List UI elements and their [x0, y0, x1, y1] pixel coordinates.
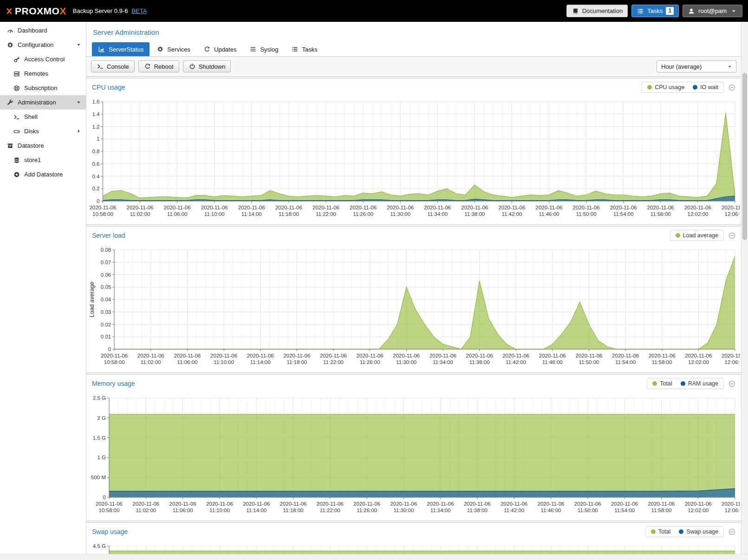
console-button[interactable]: Console: [91, 60, 135, 72]
panel-body: 00.010.020.030.040.050.060.070.082020-11…: [86, 244, 741, 372]
legend-label: RAM usage: [688, 380, 718, 387]
svg-text:0.05: 0.05: [101, 284, 111, 290]
reboot-button[interactable]: Reboot: [138, 60, 179, 72]
sidebar-item-dashboard[interactable]: Dashboard: [0, 23, 86, 38]
scrollbar-thumb[interactable]: [742, 73, 747, 240]
sidebar-item-label: store1: [24, 156, 41, 163]
sidebar-item-remotes[interactable]: Remotes: [0, 66, 86, 81]
timeframe-select[interactable]: Hour (average): [657, 60, 736, 72]
sidebar-item-datastore[interactable]: Datastore: [0, 138, 86, 153]
panel-body: 0500 M1 G1.5 G2 G2.5 G3 G3.5 G4 G4.5 G20…: [86, 540, 741, 554]
svg-text:0: 0: [103, 495, 106, 500]
svg-text:11:58:00: 11:58:00: [652, 359, 672, 365]
svg-text:2020-11-06: 2020-11-06: [610, 205, 637, 210]
button-label: Console: [107, 63, 129, 70]
svg-text:2020-11-06: 2020-11-06: [89, 205, 116, 210]
root-pam-button[interactable]: root@pam: [683, 5, 742, 17]
svg-text:11:58:00: 11:58:00: [650, 211, 671, 217]
svg-text:11:18:00: 11:18:00: [286, 359, 307, 365]
sidebar-item-subscription[interactable]: Subscription: [0, 81, 86, 95]
sidebar-item-access-control[interactable]: Access Control: [0, 52, 86, 66]
svg-text:11:42:00: 11:42:00: [504, 508, 524, 513]
user-icon: [688, 7, 695, 15]
documentation-button[interactable]: Documentation: [566, 5, 628, 17]
legend-item-load-average: Load average: [676, 232, 718, 239]
svg-text:11:06:00: 11:06:00: [167, 211, 188, 217]
timeframe-value: Hour (average): [661, 63, 702, 70]
sidebar-item-configuration[interactable]: Configuration: [0, 38, 86, 52]
collapse-panel-icon[interactable]: [728, 528, 735, 535]
svg-text:2020-11-06: 2020-11-06: [536, 205, 563, 210]
svg-text:1.6: 1.6: [92, 99, 99, 104]
chart-cpu-usage: 00.20.40.60.811.21.41.62020-11-0610:58:0…: [88, 97, 740, 222]
sidebar-item-add-datastore[interactable]: Add Datastore: [0, 167, 86, 182]
horizontal-scrollbar[interactable]: [0, 554, 748, 560]
book-icon: [572, 7, 579, 15]
app-logo: PROXMOX: [6, 6, 66, 17]
sidebar-item-administration[interactable]: Administration: [0, 95, 86, 110]
sidebar-item-disks[interactable]: Disks: [0, 124, 86, 138]
sidebar-item-label: Dashboard: [18, 27, 47, 34]
legend-label: Swap usage: [686, 528, 718, 535]
vertical-scrollbar[interactable]: [741, 22, 748, 554]
svg-text:0.4: 0.4: [92, 174, 100, 179]
tab-updates[interactable]: Updates: [197, 42, 242, 56]
power-icon: [189, 63, 196, 70]
beta-link[interactable]: BETA: [131, 7, 147, 14]
panel-cpu-usage: CPU usageCPU usageIO wait00.20.40.60.811…: [86, 78, 741, 225]
svg-text:2020-11-06: 2020-11-06: [137, 353, 164, 358]
tab-syslog[interactable]: Syslog: [243, 42, 284, 56]
panel-header-right: Load average: [670, 230, 735, 241]
svg-text:1: 1: [97, 136, 99, 142]
svg-text:11:34:00: 11:34:00: [430, 508, 451, 513]
legend-dot-icon: [652, 381, 657, 386]
svg-text:0: 0: [97, 198, 99, 204]
svg-text:2020-11-06: 2020-11-06: [275, 205, 302, 210]
panel-title: Server load: [92, 232, 125, 239]
sidebar-item-label: Disks: [24, 128, 39, 135]
collapse-panel-icon[interactable]: [728, 84, 735, 91]
svg-text:11:38:00: 11:38:00: [469, 359, 490, 365]
tasks-button[interactable]: Tasks1: [631, 5, 679, 17]
svg-text:2020-11-06: 2020-11-06: [350, 205, 377, 210]
svg-text:11:50:00: 11:50:00: [576, 211, 597, 217]
collapse-panel-icon[interactable]: [728, 232, 735, 239]
svg-text:11:30:00: 11:30:00: [393, 508, 414, 513]
tab-label: Tasks: [302, 46, 317, 53]
svg-text:2020-11-06: 2020-11-06: [210, 353, 237, 358]
svg-text:0.2: 0.2: [92, 186, 99, 191]
svg-text:11:18:00: 11:18:00: [279, 211, 299, 217]
tab-tasks[interactable]: Tasks: [285, 42, 323, 56]
svg-text:1 G: 1 G: [97, 455, 106, 460]
svg-text:2020-11-06: 2020-11-06: [464, 501, 491, 507]
legend-label: Total: [658, 528, 670, 535]
button-label: Documentation: [582, 7, 623, 14]
shutdown-button[interactable]: Shutdown: [183, 60, 231, 72]
chart-area-icon: [98, 46, 105, 53]
svg-text:2020-11-06: 2020-11-06: [685, 501, 712, 507]
chart-legend: TotalRAM usage: [647, 378, 724, 389]
svg-text:0.07: 0.07: [101, 260, 111, 265]
svg-text:2020-11-06: 2020-11-06: [312, 205, 339, 210]
svg-text:2020-11-06: 2020-11-06: [132, 501, 159, 507]
panel-header-right: CPU usageIO wait: [642, 82, 735, 93]
svg-text:2020-11-06: 2020-11-06: [247, 353, 274, 358]
button-label: Reboot: [154, 63, 174, 70]
panel-memory-usage: Memory usageTotalRAM usage0500 M1 G1.5 G…: [86, 374, 741, 521]
svg-text:1.2: 1.2: [92, 124, 99, 130]
tab-serverstatus[interactable]: ServerStatus: [92, 42, 150, 56]
svg-text:12:06:00: 12:06:00: [725, 211, 740, 217]
svg-text:1.4: 1.4: [92, 111, 100, 117]
collapse-panel-icon[interactable]: [728, 380, 735, 387]
sidebar-item-store1[interactable]: store1: [0, 153, 86, 167]
panel-title: Memory usage: [92, 380, 135, 387]
svg-text:2020-11-06: 2020-11-06: [612, 353, 639, 358]
tab-services[interactable]: Services: [150, 42, 196, 56]
svg-text:2020-11-06: 2020-11-06: [317, 501, 344, 507]
sidebar-item-shell[interactable]: Shell: [0, 110, 86, 124]
svg-text:10:58:00: 10:58:00: [99, 508, 120, 513]
chart-legend: CPU usageIO wait: [642, 82, 724, 93]
svg-text:0.08: 0.08: [101, 247, 111, 253]
product-version: Backup Server 0.9-6: [73, 7, 128, 14]
svg-text:2020-11-06: 2020-11-06: [502, 353, 529, 358]
